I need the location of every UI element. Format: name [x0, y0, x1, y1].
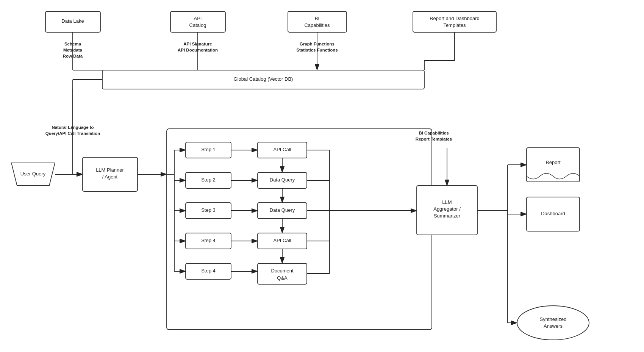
step3-label: Step 3	[201, 207, 216, 213]
bi-cap-right-label2: Report Templates	[416, 137, 452, 141]
api-catalog-label1: API	[194, 16, 202, 21]
data-query1-label: Data Query	[270, 177, 295, 183]
llm-agg-label3: Summarizer	[434, 213, 461, 219]
synthesized-label1: Synthesized	[540, 316, 567, 322]
step4a-label: Step 4	[201, 238, 216, 243]
step1-label: Step 1	[201, 147, 216, 152]
llm-planner-label2: / Agent	[102, 174, 118, 180]
api-catalog-label2: Catalog	[189, 22, 206, 28]
synthesized-answers-shape	[517, 306, 589, 340]
user-query-label: User Query	[20, 171, 46, 177]
api-catalog-box	[170, 11, 225, 32]
doc-qa-box	[258, 263, 307, 284]
llm-agg-label2: Aggregator /	[433, 206, 461, 212]
report-label: Report	[546, 160, 560, 165]
bi-capabilities-box	[288, 11, 347, 32]
llm-planner-label1: LLM Planner	[96, 167, 124, 173]
dashboard-label: Dashboard	[541, 211, 565, 216]
steps-container	[167, 129, 432, 330]
synthesized-label2: Answers	[544, 323, 563, 329]
step2-label: Step 2	[201, 177, 216, 183]
doc-qa-label1: Document	[271, 268, 294, 274]
step4b-label: Step 4	[201, 268, 216, 274]
api-call1-label: API Call	[274, 147, 291, 152]
llm-agg-label1: LLM	[442, 199, 452, 205]
bi-cap-right-label1: BI Capabilities	[419, 131, 449, 135]
doc-qa-label2: Q&A	[277, 275, 288, 281]
report-templates-label2: Templates	[443, 22, 466, 28]
bi-cap-label1: BI	[315, 16, 319, 21]
bi-cap-label2: Capabilities	[304, 22, 330, 28]
report-templates-label1: Report and Dashboard	[430, 16, 480, 21]
global-catalog-label: Global Catalog (Vector DB)	[234, 76, 293, 82]
api-call2-label: API Call	[274, 238, 291, 243]
report-templates-box	[413, 11, 496, 32]
data-query2-label: Data Query	[270, 207, 295, 213]
data-lake-label: Data Lake	[61, 18, 84, 24]
